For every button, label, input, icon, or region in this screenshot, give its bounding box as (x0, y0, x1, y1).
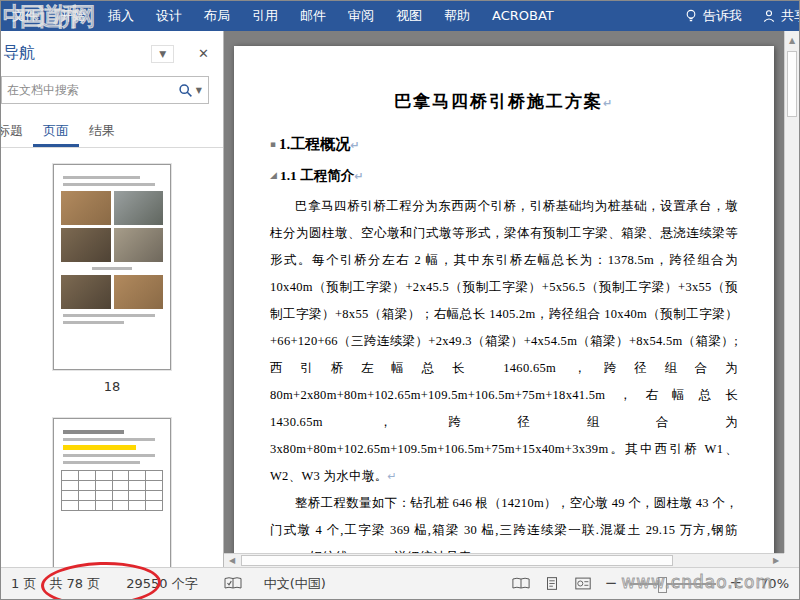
horizontal-scrollbar[interactable]: ◀ ▶ (224, 553, 784, 567)
heading-1-1-text: 1.1 工程简介 (280, 168, 354, 183)
scrollbar-corner (784, 553, 799, 567)
share-button[interactable]: 共享 (752, 7, 800, 25)
thumbnail-text-line (63, 454, 155, 457)
ribbon-right-group: 告诉我 共享 (674, 1, 799, 31)
search-icon[interactable] (178, 83, 193, 98)
body-paragraph-1-text: 巴拿马四桥引桥工程分为东西两个引桥，引桥基础均为桩基础，设置承台，墩柱分为圆柱墩… (270, 199, 738, 483)
language-indicator[interactable]: 中文(中国) (264, 575, 326, 593)
scroll-right-icon[interactable]: ▶ (769, 554, 783, 567)
vertical-scrollbar-thumb[interactable] (787, 51, 797, 117)
document-title-text: 巴拿马四桥引桥施工方案 (394, 92, 603, 111)
navigation-tabs: 标题 页面 结果 (1, 118, 223, 148)
body-paragraph-1: 巴拿马四桥引桥工程分为东西两个引桥，引桥基础均为桩基础，设置承台，墩柱分为圆柱墩… (270, 193, 738, 490)
thumbnail-photo (114, 191, 164, 225)
heading-1-text: 1.工程概况 (279, 136, 350, 152)
share-label: 共享 (781, 7, 800, 25)
thumbnail-text-line (63, 183, 155, 186)
tell-me-label: 告诉我 (703, 7, 742, 25)
thumbnail-photo-grid (61, 275, 163, 309)
ribbon-tab-layout[interactable]: 布局 (193, 1, 241, 31)
web-layout-icon[interactable] (574, 576, 592, 591)
thumbnail-text-line (63, 461, 140, 464)
navigation-pane-title: 导航 (3, 43, 35, 64)
zoom-in-button[interactable]: + (729, 576, 742, 591)
ribbon-tab-design[interactable]: 设计 (145, 1, 193, 31)
zoom-slider[interactable] (630, 583, 716, 585)
paragraph-mark: ↵ (603, 97, 614, 110)
heading-expand-icon[interactable]: ◢ (270, 170, 277, 180)
paragraph-mark: ↵ (350, 139, 359, 152)
document-page[interactable]: 巴拿马四桥引桥施工方案↵ ▪1.工程概况↵ ◢1.1 工程简介↵ 巴拿马四桥引桥… (234, 46, 774, 567)
ribbon-tabs: 文件 开始 插入 设计 布局 引用 邮件 审阅 视图 帮助 ACROBAT (1, 1, 565, 31)
page-thumbnail-19[interactable] (53, 418, 171, 567)
paragraph-mark: ↵ (388, 470, 398, 483)
heading-1-1: ◢1.1 工程简介↵ (270, 167, 738, 185)
document-title: 巴拿马四桥引桥施工方案↵ (270, 90, 738, 113)
thumbnail-photo (114, 275, 164, 309)
thumbnail-caption-line (92, 267, 133, 270)
read-mode-icon[interactable] (512, 576, 530, 591)
thumbnail-photo-grid (61, 191, 163, 262)
zoom-level[interactable]: 70% (755, 576, 789, 591)
navigation-pane-header: 导航 ▼ ✕ (1, 31, 223, 66)
word-window: 文件 开始 插入 设计 布局 引用 邮件 审阅 视图 帮助 ACROBAT 告诉… (0, 0, 800, 600)
navigation-options-dropdown[interactable]: ▼ (151, 45, 174, 63)
ribbon-tab-view[interactable]: 视图 (385, 1, 433, 31)
thumbnail-heading-line (63, 430, 124, 434)
ribbon-tab-review[interactable]: 审阅 (337, 1, 385, 31)
close-icon[interactable]: ✕ (194, 46, 213, 61)
page-thumbnail-18[interactable] (53, 164, 171, 370)
nav-tab-pages[interactable]: 页面 (33, 118, 79, 147)
search-options-dropdown-icon[interactable]: ▼ (193, 86, 208, 95)
ribbon-tab-mailings[interactable]: 邮件 (289, 1, 337, 31)
heading-collapse-icon[interactable]: ▪ (270, 139, 276, 149)
zoom-slider-tick (673, 580, 674, 588)
ribbon-tab-bar: 文件 开始 插入 设计 布局 引用 邮件 审阅 视图 帮助 ACROBAT 告诉… (1, 1, 799, 31)
thumbnail-text-line (63, 321, 124, 324)
nav-tab-results[interactable]: 结果 (79, 118, 125, 147)
thumbnail-page-number: 18 (104, 379, 121, 394)
tell-me-button[interactable]: 告诉我 (674, 7, 752, 25)
navigation-pane: 导航 ▼ ✕ ▼ 标题 页面 结果 (1, 31, 224, 567)
lightbulb-icon (684, 9, 698, 23)
thumbnail-text-line (63, 176, 140, 179)
document-area: 巴拿马四桥引桥施工方案↵ ▪1.工程概况↵ ◢1.1 工程简介↵ 巴拿马四桥引桥… (224, 31, 799, 567)
thumbnail-text-line (63, 438, 155, 441)
page-count-indicator[interactable]: 1 页，共 78 页 (11, 575, 100, 593)
ribbon-tab-file[interactable]: 文件 (1, 1, 49, 31)
thumbnail-photo (61, 275, 111, 309)
print-layout-icon[interactable] (543, 576, 561, 591)
thumbnail-photo (61, 228, 111, 262)
person-icon (762, 9, 776, 23)
ribbon-tab-references[interactable]: 引用 (241, 1, 289, 31)
status-bar-right-group: − + 70% (512, 576, 789, 591)
vertical-scrollbar[interactable]: ▲ (784, 31, 799, 553)
ribbon-tab-home[interactable]: 开始 (49, 1, 97, 31)
page-thumbnail-list: 18 (1, 148, 223, 567)
thumbnail-text-line (63, 314, 155, 317)
zoom-out-button[interactable]: − (605, 576, 618, 591)
thumbnail-highlighted-line (63, 445, 136, 450)
zoom-slider-knob[interactable] (658, 577, 667, 593)
heading-1: ▪1.工程概况↵ (270, 135, 738, 154)
scroll-left-icon[interactable]: ◀ (225, 554, 239, 567)
thumbnail-photo (114, 228, 164, 262)
document-search-box: ▼ (1, 76, 209, 104)
thumbnail-photo (61, 191, 111, 225)
search-input[interactable] (2, 83, 178, 97)
word-count-indicator[interactable]: 29550 个字 (126, 575, 198, 593)
paragraph-mark: ↵ (354, 170, 363, 183)
scroll-up-icon[interactable]: ▲ (785, 33, 799, 49)
ribbon-tab-acrobat[interactable]: ACROBAT (481, 1, 565, 31)
thumbnail-table (61, 470, 163, 511)
nav-tab-headings[interactable]: 标题 (1, 118, 33, 147)
document-content: 巴拿马四桥引桥施工方案↵ ▪1.工程概况↵ ◢1.1 工程简介↵ 巴拿马四桥引桥… (234, 46, 774, 567)
proofing-status-icon[interactable] (224, 576, 242, 591)
ribbon-tab-insert[interactable]: 插入 (97, 1, 145, 31)
status-bar: 1 页，共 78 页 29550 个字 中文(中国) − + 70% (1, 567, 799, 599)
ribbon-tab-help[interactable]: 帮助 (433, 1, 481, 31)
horizontal-scrollbar-thumb[interactable] (241, 555, 673, 566)
